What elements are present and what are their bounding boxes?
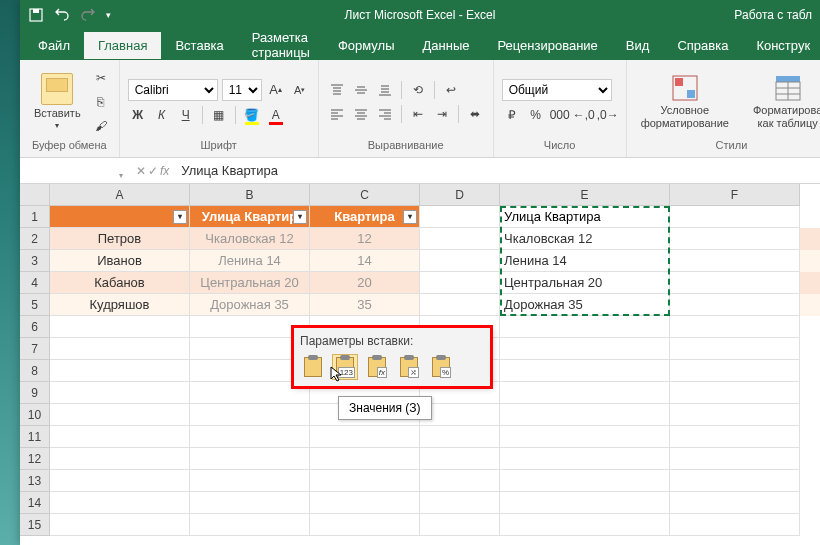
merge-icon[interactable]: ⬌ — [465, 104, 485, 124]
filter-icon[interactable]: ▾ — [173, 210, 187, 224]
align-center-icon[interactable] — [351, 104, 371, 124]
cell[interactable] — [670, 250, 800, 272]
increase-indent-icon[interactable]: ⇥ — [432, 104, 452, 124]
cell[interactable] — [500, 470, 670, 492]
cell[interactable] — [670, 426, 800, 448]
decrease-decimal-icon[interactable]: ,0→ — [598, 105, 618, 125]
cell[interactable] — [310, 448, 420, 470]
cell[interactable]: Дорожная 35 — [190, 294, 310, 316]
cell[interactable]: Улица Квартира — [500, 206, 670, 228]
cell[interactable]: Иванов — [50, 250, 190, 272]
row-header[interactable]: 4 — [20, 272, 50, 294]
tab-data[interactable]: Данные — [409, 32, 484, 59]
undo-icon[interactable] — [54, 7, 70, 23]
cell[interactable] — [420, 492, 500, 514]
col-header[interactable]: D — [420, 184, 500, 206]
format-painter-icon[interactable]: 🖌 — [91, 116, 111, 136]
font-size-select[interactable]: 11 — [222, 79, 262, 101]
col-header[interactable]: C — [310, 184, 420, 206]
cell[interactable] — [190, 360, 310, 382]
align-right-icon[interactable] — [375, 104, 395, 124]
cell[interactable] — [50, 514, 190, 536]
row-header[interactable]: 6 — [20, 316, 50, 338]
tab-home[interactable]: Главная — [84, 32, 161, 59]
cut-icon[interactable]: ✂ — [91, 68, 111, 88]
cell[interactable] — [500, 316, 670, 338]
paste-button[interactable]: Вставить ▾ — [28, 71, 87, 132]
cell[interactable] — [420, 514, 500, 536]
cell[interactable] — [500, 404, 670, 426]
row-header[interactable]: 11 — [20, 426, 50, 448]
formula-input[interactable]: Улица Квартира — [175, 163, 820, 178]
cell[interactable] — [670, 206, 800, 228]
cell[interactable]: 14 — [310, 250, 420, 272]
row-header[interactable]: 10 — [20, 404, 50, 426]
cell[interactable] — [420, 206, 500, 228]
cell[interactable] — [500, 514, 670, 536]
cell[interactable] — [310, 470, 420, 492]
paste-option-formatting[interactable]: % — [428, 354, 454, 380]
cell[interactable] — [420, 470, 500, 492]
cell[interactable] — [670, 404, 800, 426]
cell[interactable] — [500, 338, 670, 360]
copy-icon[interactable]: ⎘ — [91, 92, 111, 112]
paste-option-keep-source[interactable] — [300, 354, 326, 380]
cell[interactable]: Дорожная 35 — [500, 294, 670, 316]
shrink-font-icon[interactable]: A▾ — [290, 80, 310, 100]
cell[interactable] — [50, 316, 190, 338]
cell[interactable] — [420, 272, 500, 294]
accept-formula-icon[interactable]: ✓ — [148, 164, 158, 178]
cell[interactable] — [190, 426, 310, 448]
tab-help[interactable]: Справка — [663, 32, 742, 59]
cancel-formula-icon[interactable]: ✕ — [136, 164, 146, 178]
cell[interactable] — [670, 382, 800, 404]
cell[interactable]: Чкаловская 12 — [190, 228, 310, 250]
cell[interactable] — [420, 294, 500, 316]
wrap-text-icon[interactable]: ↩ — [441, 80, 461, 100]
cell[interactable] — [500, 426, 670, 448]
save-icon[interactable] — [28, 7, 44, 23]
fill-color-icon[interactable]: 🪣 — [242, 105, 262, 125]
cell[interactable]: Ленина 14 — [500, 250, 670, 272]
number-format-select[interactable]: Общий — [502, 79, 612, 101]
cell[interactable] — [420, 228, 500, 250]
borders-icon[interactable]: ▦ — [209, 105, 229, 125]
col-header[interactable]: B — [190, 184, 310, 206]
cell[interactable]: Кудряшов — [50, 294, 190, 316]
orientation-icon[interactable]: ⟲ — [408, 80, 428, 100]
col-header[interactable]: A — [50, 184, 190, 206]
cell[interactable]: Кабанов — [50, 272, 190, 294]
cell[interactable] — [310, 426, 420, 448]
cell[interactable] — [190, 382, 310, 404]
row-header[interactable]: 5 — [20, 294, 50, 316]
cell[interactable] — [310, 514, 420, 536]
cell[interactable] — [670, 272, 800, 294]
currency-icon[interactable]: ₽ — [502, 105, 522, 125]
cell[interactable] — [670, 448, 800, 470]
col-header[interactable]: F — [670, 184, 800, 206]
cell[interactable] — [50, 448, 190, 470]
row-header[interactable]: 1 — [20, 206, 50, 228]
row-header[interactable]: 2 — [20, 228, 50, 250]
increase-decimal-icon[interactable]: ←,0 — [574, 105, 594, 125]
cell[interactable]: Петров — [50, 228, 190, 250]
cell[interactable] — [190, 470, 310, 492]
row-header[interactable]: 7 — [20, 338, 50, 360]
cell[interactable] — [670, 228, 800, 250]
table-header-cell[interactable]: Квартира▾ — [310, 206, 420, 228]
row-header[interactable]: 14 — [20, 492, 50, 514]
row-header[interactable]: 12 — [20, 448, 50, 470]
italic-button[interactable]: К — [152, 105, 172, 125]
align-bottom-icon[interactable] — [375, 80, 395, 100]
cell[interactable] — [50, 492, 190, 514]
format-as-table-button[interactable]: Форматирова как таблицу — [747, 72, 820, 130]
cell[interactable]: 12 — [310, 228, 420, 250]
cell[interactable] — [50, 382, 190, 404]
cell[interactable] — [420, 250, 500, 272]
cell[interactable] — [670, 514, 800, 536]
comma-icon[interactable]: 000 — [550, 105, 570, 125]
font-color-icon[interactable]: A — [266, 105, 286, 125]
cell[interactable] — [670, 338, 800, 360]
fx-icon[interactable]: fx — [160, 164, 169, 178]
cell[interactable] — [500, 360, 670, 382]
